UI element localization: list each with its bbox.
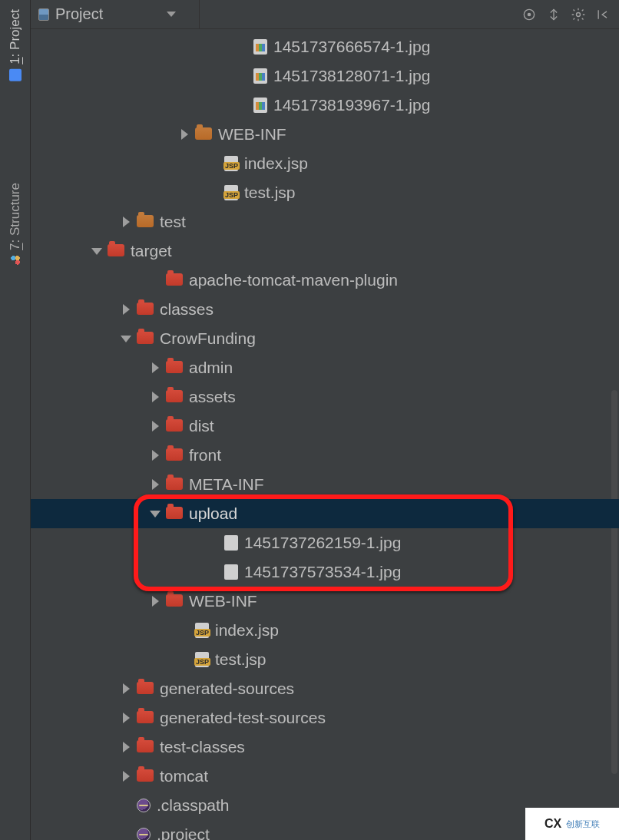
tree-row[interactable]: 1451737262159-1.jpg bbox=[31, 528, 619, 557]
folder-icon bbox=[166, 478, 183, 490]
tree-item-label: test bbox=[160, 213, 186, 231]
folder-icon bbox=[166, 448, 183, 461]
tree-row[interactable]: generated-test-sources bbox=[31, 703, 619, 733]
tree-item-label: 1451737666574-1.jpg bbox=[273, 38, 430, 56]
folder-icon bbox=[166, 594, 183, 607]
toolwindow-tab-label: Structure bbox=[8, 183, 22, 236]
expand-arrow-icon[interactable] bbox=[147, 594, 163, 609]
tree-row[interactable]: dist bbox=[31, 412, 619, 441]
toolwindow-tab-project[interactable]: 1: Project bbox=[6, 5, 25, 86]
tree-item-label: test.jsp bbox=[244, 184, 296, 202]
arrow-spacer bbox=[118, 827, 134, 840]
collapse-arrow-icon[interactable] bbox=[89, 243, 104, 259]
tree-row[interactable]: 1451738193967-1.jpg bbox=[31, 91, 619, 120]
expand-arrow-icon[interactable] bbox=[118, 769, 134, 784]
tree-item-label: test.jsp bbox=[215, 650, 266, 669]
tree-row[interactable]: META-INF bbox=[31, 470, 619, 499]
tree-row[interactable]: 1451737666574-1.jpg bbox=[31, 32, 619, 61]
watermark-logo: CX bbox=[545, 817, 561, 831]
tree-row[interactable]: assets bbox=[31, 382, 619, 412]
tree-item-label: dist bbox=[189, 417, 214, 435]
tree-row[interactable]: generated-sources bbox=[31, 674, 619, 703]
tree-item-label: CrowFunding bbox=[160, 329, 256, 348]
tree-row[interactable]: front bbox=[31, 441, 619, 470]
tree-item-label: 1451738128071-1.jpg bbox=[273, 67, 430, 85]
toolwindow-tab-structure[interactable]: 7: Structure bbox=[6, 178, 25, 270]
folder-icon bbox=[137, 769, 154, 782]
jsp-file-icon bbox=[195, 652, 209, 667]
expand-arrow-icon[interactable] bbox=[118, 302, 134, 317]
tree-row[interactable]: test.jsp bbox=[31, 178, 619, 207]
left-toolbar: 1: Project 7: Structure bbox=[0, 0, 31, 840]
autoscroll-icon[interactable] bbox=[545, 6, 562, 23]
folder-icon bbox=[166, 507, 183, 519]
folder-icon bbox=[137, 711, 154, 723]
expand-arrow-icon[interactable] bbox=[118, 710, 134, 726]
eclipse-file-icon bbox=[137, 828, 151, 840]
tree-item-label: .classpath bbox=[157, 796, 230, 815]
toolwindow-tab-number: 1 bbox=[8, 57, 22, 64]
arrow-spacer bbox=[147, 273, 163, 288]
folder-icon bbox=[137, 682, 154, 694]
collapse-arrow-icon[interactable] bbox=[147, 506, 163, 521]
tree-item-label: assets bbox=[189, 388, 236, 406]
jsp-file-icon bbox=[195, 623, 209, 638]
tree-row[interactable]: admin bbox=[31, 353, 619, 382]
arrow-spacer bbox=[235, 98, 250, 113]
scroll-from-source-icon[interactable] bbox=[521, 6, 538, 23]
expand-arrow-icon[interactable] bbox=[118, 681, 134, 696]
expand-arrow-icon[interactable] bbox=[147, 477, 163, 492]
tree-row[interactable]: upload bbox=[31, 499, 619, 528]
expand-arrow-icon[interactable] bbox=[147, 448, 163, 463]
tree-item-label: index.jsp bbox=[244, 154, 308, 173]
gear-icon[interactable] bbox=[570, 6, 587, 23]
project-tree[interactable]: 1451737666574-1.jpg1451738128071-1.jpg14… bbox=[31, 29, 619, 840]
tree-row[interactable]: classes bbox=[31, 295, 619, 324]
expand-arrow-icon[interactable] bbox=[118, 214, 134, 230]
jsp-file-icon bbox=[224, 185, 238, 200]
folder-icon bbox=[166, 361, 183, 373]
tree-item-label: 1451737573534-1.jpg bbox=[244, 563, 401, 581]
chevron-down-icon bbox=[167, 12, 176, 17]
view-combo[interactable]: Project bbox=[38, 0, 200, 28]
tree-item-label: index.jsp bbox=[215, 621, 279, 640]
arrow-spacer bbox=[235, 68, 250, 84]
tree-row[interactable]: CrowFunding bbox=[31, 324, 619, 353]
arrow-spacer bbox=[206, 185, 221, 200]
tree-row[interactable]: test.jsp bbox=[31, 645, 619, 674]
tree-row[interactable]: WEB-INF bbox=[31, 587, 619, 616]
folder-icon bbox=[195, 127, 212, 140]
tree-row[interactable]: target bbox=[31, 236, 619, 266]
image-file-icon bbox=[224, 535, 238, 551]
folder-icon bbox=[166, 419, 183, 432]
tree-item-label: WEB-INF bbox=[218, 125, 286, 144]
hide-icon[interactable] bbox=[594, 6, 611, 23]
arrow-spacer bbox=[206, 564, 221, 580]
folder-icon bbox=[137, 215, 154, 227]
arrow-spacer bbox=[177, 652, 192, 667]
expand-arrow-icon[interactable] bbox=[147, 418, 163, 434]
tree-row[interactable]: WEB-INF bbox=[31, 120, 619, 149]
folder-icon bbox=[137, 303, 154, 315]
collapse-arrow-icon[interactable] bbox=[118, 331, 134, 346]
tree-row[interactable]: index.jsp bbox=[31, 149, 619, 178]
tree-item-label: generated-sources bbox=[160, 680, 294, 698]
arrow-spacer bbox=[206, 535, 221, 551]
arrow-spacer bbox=[118, 798, 134, 813]
tree-row[interactable]: apache-tomcat-maven-plugin bbox=[31, 266, 619, 295]
tree-item-label: classes bbox=[160, 300, 214, 319]
tree-row[interactable]: index.jsp bbox=[31, 616, 619, 645]
tree-row[interactable]: test-classes bbox=[31, 733, 619, 762]
expand-arrow-icon[interactable] bbox=[147, 389, 163, 405]
tree-row[interactable]: tomcat bbox=[31, 762, 619, 791]
expand-arrow-icon[interactable] bbox=[147, 360, 163, 375]
project-view-icon bbox=[38, 8, 49, 21]
tree-row[interactable]: test bbox=[31, 207, 619, 236]
tree-item-label: WEB-INF bbox=[189, 592, 257, 610]
tree-item-label: 1451737262159-1.jpg bbox=[244, 534, 401, 552]
tree-row[interactable]: 1451737573534-1.jpg bbox=[31, 557, 619, 587]
expand-arrow-icon[interactable] bbox=[177, 127, 192, 142]
image-file-icon bbox=[253, 68, 267, 84]
expand-arrow-icon[interactable] bbox=[118, 739, 134, 755]
tree-row[interactable]: 1451738128071-1.jpg bbox=[31, 61, 619, 91]
